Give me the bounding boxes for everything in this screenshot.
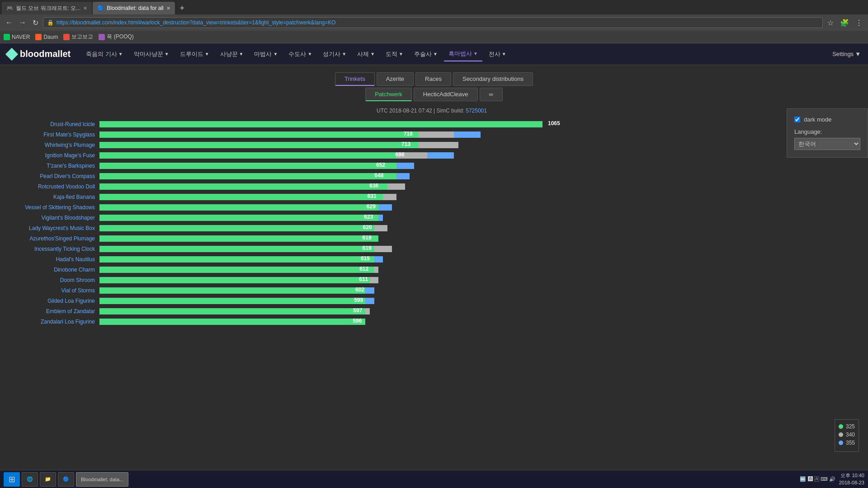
bar-green	[99, 183, 387, 190]
item-label[interactable]: Pearl Diver's Compass	[5, 173, 99, 179]
nav-priest-label: 사제	[357, 50, 369, 58]
bar-green	[99, 194, 383, 200]
nav-dk-arrow: ▼	[118, 52, 123, 56]
language-label: Language:	[794, 128, 860, 135]
tab-bloodmallet[interactable]: 🔵 Bloodmallet: data for all ✕	[93, 2, 175, 14]
item-label[interactable]: Vigilant's Bloodshaper	[5, 215, 99, 221]
nav-monk-label: 수도사	[288, 50, 306, 58]
item-label[interactable]: Ignition Mage's Fuse	[5, 152, 99, 159]
item-label[interactable]: First Mate's Spyglass	[5, 131, 99, 138]
nav-item-rogue[interactable]: 도적 ▼	[381, 47, 408, 61]
nav-item-mage[interactable]: 마법사 ▼	[250, 47, 282, 61]
item-label[interactable]: Emblem of Zandalar	[5, 308, 99, 314]
bar-container: 599	[99, 297, 859, 305]
language-select[interactable]: 한국어	[794, 138, 860, 150]
bar-container: 1065	[99, 120, 859, 128]
bookmark-bogobogo[interactable]: 보고보고	[63, 33, 93, 41]
item-label[interactable]: Doom Shroom	[5, 277, 99, 283]
address-bar[interactable]: 🔒 https://bloodmallet.com/index.html#war…	[43, 17, 823, 28]
nav-item-warrior[interactable]: 전사 ▼	[484, 47, 511, 61]
nav-item-paladin[interactable]: 성기사 ▼	[318, 47, 351, 61]
item-label[interactable]: Lady Waycrest's Music Box	[5, 225, 99, 231]
forward-button[interactable]: →	[17, 18, 28, 28]
bar-container: 620	[99, 224, 859, 232]
nav-item-shaman[interactable]: 주술사 ▼	[410, 47, 442, 61]
simc-build-link[interactable]: 5725001	[466, 108, 487, 114]
taskbar-explorer[interactable]: 📁	[40, 472, 56, 487]
logo[interactable]: bloodmallet	[7, 49, 71, 59]
settings-button[interactable]: Settings ▼	[832, 51, 861, 57]
item-label[interactable]: Vessel of Skittering Shadows	[5, 204, 99, 211]
item-label[interactable]: Dinobone Charm	[5, 267, 99, 273]
item-label[interactable]: Zandalari Loa Figurine	[5, 319, 99, 325]
legend-item-325: 325	[839, 423, 855, 430]
bar-container: 713	[99, 141, 859, 149]
new-tab-button[interactable]: +	[176, 2, 189, 14]
bar-green	[99, 287, 365, 294]
tab-patchwerk[interactable]: Patchwerk	[365, 88, 412, 101]
bar-green	[99, 277, 370, 283]
nav-rogue-arrow: ▼	[399, 52, 403, 56]
menu-button[interactable]: ⋮	[854, 18, 864, 28]
nav-item-hunter[interactable]: 사냥꾼 ▼	[216, 47, 248, 61]
item-label[interactable]: Hadal's Nautilus	[5, 256, 99, 263]
tab-azerite[interactable]: Azerite	[377, 72, 414, 86]
dark-mode-label[interactable]: dark mode	[794, 116, 860, 123]
item-label[interactable]: Azurethos'Singed Plumage	[5, 235, 99, 242]
bar-green	[99, 215, 378, 221]
bookmark-daum[interactable]: Daum	[35, 34, 58, 40]
start-button[interactable]: ⊞	[4, 472, 20, 487]
bar-green	[99, 308, 365, 314]
bookmark-pooq[interactable]: 푹 (POOQ)	[99, 33, 133, 41]
dark-mode-checkbox[interactable]	[794, 117, 800, 122]
bar-container: 698	[99, 151, 859, 160]
tab-bar: 🎮 월드 오브 워크래프트: 오... ✕ 🔵 Bloodmallet: dat…	[0, 0, 868, 14]
back-button[interactable]: ←	[4, 18, 14, 28]
tab-trinkets[interactable]: Trinkets	[335, 72, 375, 86]
tab-bloodmallet-close[interactable]: ✕	[166, 5, 170, 11]
item-label[interactable]: Kaja-fied Banana	[5, 194, 99, 200]
bookmark-pooq-label: 푹 (POOQ)	[107, 33, 133, 41]
settings-arrow: ▼	[855, 51, 861, 57]
item-label[interactable]: Whirlwing's Plumage	[5, 142, 99, 148]
top-nav: bloodmallet 죽음의 기사 ▼ 악마사냥꾼 ▼ 드루이드 ▼ 사냥꾼 …	[0, 43, 868, 65]
taskbar-chrome[interactable]: 🔵	[58, 472, 74, 487]
bookmark-star[interactable]: ☆	[826, 18, 835, 28]
bar-value: 652	[376, 162, 868, 168]
extensions-button[interactable]: 🧩	[838, 18, 851, 28]
content-tabs: Trinkets Azerite Races Secondary distrib…	[0, 65, 868, 103]
item-label[interactable]: Gilded Loa Figurine	[5, 298, 99, 304]
nav-hunter-label: 사냥꾼	[220, 50, 238, 58]
nav-item-dk[interactable]: 죽음의 기사 ▼	[81, 47, 127, 61]
tab-infinity[interactable]: ∞	[480, 88, 503, 101]
taskbar-ie[interactable]: 🌐	[22, 472, 38, 487]
nav-item-monk[interactable]: 수도사 ▼	[284, 47, 316, 61]
bar-container: 631	[99, 193, 859, 201]
taskbar-time-display: 오후 10:40	[839, 472, 864, 479]
bar-value: 602	[355, 286, 868, 293]
nav-shaman-label: 주술사	[414, 50, 432, 58]
tab-hectic[interactable]: HecticAddCleave	[414, 88, 478, 101]
tab-wow-close[interactable]: ✕	[83, 5, 87, 11]
reload-button[interactable]: ↻	[31, 18, 40, 28]
item-label[interactable]: Incessantly Ticking Clock	[5, 246, 99, 252]
nav-item-dh[interactable]: 악마사냥꾼 ▼	[129, 47, 174, 61]
tab-wow[interactable]: 🎮 월드 오브 워크래프트: 오... ✕	[2, 2, 92, 14]
item-label[interactable]: Drust-Runed Icicle	[5, 121, 99, 127]
nav-item-warlock[interactable]: 흑마법사 ▼	[444, 47, 482, 61]
item-label[interactable]: Rotcrusted Voodoo Doll	[5, 183, 99, 190]
tab-secondary[interactable]: Secondary distributions	[453, 72, 533, 86]
taskbar-tray: 🔤 🅰 🇦 ⌨ 🔊 오후 10:40 2018-08-23	[800, 472, 864, 486]
nav-item-druid[interactable]: 드루이드 ▼	[175, 47, 214, 61]
bookmark-naver[interactable]: NAVER	[4, 34, 30, 40]
tab-races[interactable]: Races	[415, 72, 451, 86]
taskbar-bloodmallet[interactable]: Bloodmallet: data...	[76, 472, 128, 487]
logo-text: bloodmallet	[20, 49, 71, 59]
nav-druid-label: 드루이드	[180, 50, 203, 58]
bar-green	[99, 152, 396, 159]
item-label[interactable]: Vial of Storms	[5, 287, 99, 294]
chart-row: Lady Waycrest's Music Box620	[5, 223, 859, 233]
item-label[interactable]: T'zane's Barkspines	[5, 163, 99, 169]
nav-item-priest[interactable]: 사제 ▼	[353, 47, 379, 61]
dark-mode-text: dark mode	[804, 116, 831, 123]
